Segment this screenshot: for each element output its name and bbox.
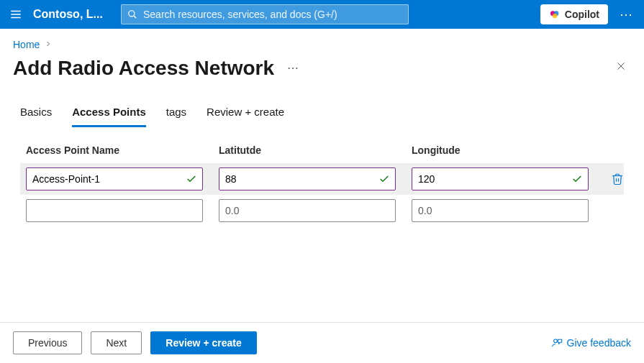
tab-access-points[interactable]: Access Points — [72, 106, 146, 127]
longitude-input[interactable] — [412, 167, 589, 190]
global-search-input[interactable] — [143, 9, 402, 20]
wizard-tabs: Basics Access Points tags Review + creat… — [0, 88, 644, 127]
latitude-input[interactable] — [219, 167, 396, 190]
next-button[interactable]: Next — [91, 331, 142, 354]
global-topbar: Contoso, L... Copilot ⋯ — [0, 0, 644, 29]
svg-line-4 — [134, 16, 137, 19]
grid-row — [20, 163, 624, 195]
tab-review-create[interactable]: Review + create — [207, 106, 284, 127]
valid-check-icon — [184, 172, 199, 186]
tab-tags[interactable]: tags — [166, 106, 186, 127]
copilot-label: Copilot — [565, 9, 599, 20]
access-points-grid: Access Point Name Latitutde Longitude — [0, 127, 644, 226]
access-point-name-input[interactable] — [26, 199, 203, 222]
close-blade-button[interactable] — [611, 56, 631, 80]
previous-button[interactable]: Previous — [13, 331, 82, 354]
breadcrumb: Home — [0, 29, 644, 55]
page-title: Add Radio Access Network — [13, 57, 274, 80]
access-point-name-input[interactable] — [26, 167, 203, 190]
breadcrumb-home-link[interactable]: Home — [13, 39, 40, 50]
give-feedback-label: Give feedback — [567, 337, 632, 349]
valid-check-icon — [377, 172, 391, 186]
hamburger-menu-icon[interactable] — [7, 6, 24, 23]
tenant-name[interactable]: Contoso, L... — [33, 8, 112, 21]
copilot-icon — [549, 9, 561, 20]
grid-row — [20, 195, 624, 226]
svg-point-10 — [553, 339, 557, 343]
col-header-name: Access Point Name — [26, 144, 213, 156]
longitude-input[interactable] — [412, 199, 589, 222]
col-header-longitude: Longitude — [412, 144, 599, 156]
col-header-latitude: Latitutde — [219, 144, 406, 156]
copilot-button[interactable]: Copilot — [540, 4, 608, 24]
grid-header-row: Access Point Name Latitutde Longitude — [20, 144, 624, 163]
global-search[interactable] — [121, 4, 409, 24]
delete-row-button[interactable] — [604, 173, 630, 185]
svg-point-7 — [552, 14, 557, 19]
latitude-input[interactable] — [219, 199, 396, 222]
feedback-person-icon — [551, 337, 563, 349]
tab-basics[interactable]: Basics — [20, 106, 52, 127]
page-more-button[interactable]: ⋯ — [287, 61, 300, 75]
review-create-button[interactable]: Review + create — [150, 331, 256, 354]
trash-icon — [611, 173, 624, 185]
chevron-right-icon — [44, 39, 53, 50]
valid-check-icon — [570, 172, 584, 186]
topbar-more-button[interactable]: ⋯ — [617, 6, 637, 22]
search-icon — [127, 9, 137, 19]
page-header: Add Radio Access Network ⋯ — [0, 55, 644, 88]
wizard-footer: Previous Next Review + create Give feedb… — [0, 322, 644, 363]
give-feedback-link[interactable]: Give feedback — [551, 337, 632, 349]
svg-point-3 — [129, 11, 135, 17]
